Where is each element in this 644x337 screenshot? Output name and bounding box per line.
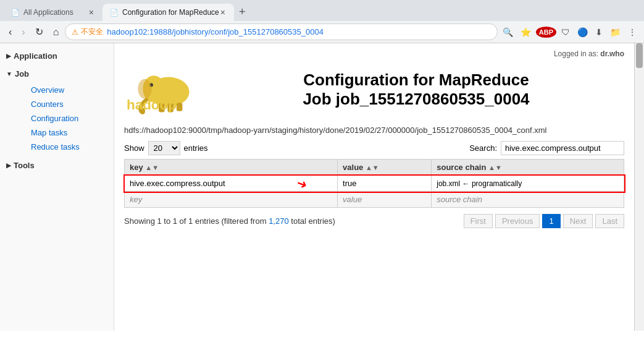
show-entries: Show 10 20 50 100 entries [124, 141, 208, 155]
pagination-showing: Showing 1 to 1 of 1 entries (filtered fr… [124, 216, 269, 226]
page-content: ▶ Application ▼ Job Overview Counters Co… [0, 43, 644, 331]
footer-source-chain: source chain [432, 192, 624, 208]
col-source-chain: source chain ▲▼ [432, 160, 624, 176]
bookmark-icon[interactable]: ⭐ [518, 25, 533, 40]
config-path: hdfs://hadoop102:9000/tmp/hadoop-yarn/st… [124, 126, 624, 135]
col-value: value ▲▼ [338, 160, 432, 176]
url-text: hadoop102:19888/jobhistory/conf/job_1551… [107, 27, 490, 36]
tab-close-2[interactable]: × [219, 7, 227, 17]
sidebar-label-application: Application [14, 51, 57, 61]
page-title: Configuration for MapReduce Job job_1551… [208, 70, 624, 109]
first-button[interactable]: First [464, 214, 493, 228]
tab-label-2: Configuration for MapReduce [122, 8, 219, 17]
pagination-links: First Previous 1 Next Last [464, 214, 624, 228]
tab-all-applications[interactable]: 📄 All Applications × [4, 4, 102, 21]
browser-icon[interactable]: 🔵 [575, 25, 590, 40]
arrow-application: ▶ [6, 53, 11, 59]
sidebar-item-configuration[interactable]: Configuration [14, 111, 114, 126]
sidebar-section-job: ▼ Job Overview Counters Configuration Ma… [0, 66, 114, 155]
username: dr.who [600, 49, 624, 58]
translate-icon[interactable]: 🔍 [500, 25, 516, 40]
search-input[interactable] [501, 141, 624, 155]
sidebar-sub-job: Overview Counters Configuration Map task… [0, 82, 114, 155]
arrow-tools: ▶ [6, 162, 11, 169]
new-tab-button[interactable]: + [234, 6, 251, 21]
entries-select[interactable]: 10 20 50 100 [148, 141, 180, 155]
sidebar-item-reduce-tasks[interactable]: Reduce tasks [14, 140, 114, 154]
sidebar-header-tools[interactable]: ▶ Tools [0, 158, 114, 173]
table-row: hive.exec.compress.output true job.xml ←… [125, 176, 624, 192]
sidebar-label-job: Job [15, 69, 29, 79]
svg-rect-6 [177, 103, 183, 111]
scrollbar-thumb[interactable] [636, 43, 643, 68]
last-button[interactable]: Last [595, 214, 624, 228]
tab-bar: 📄 All Applications × 📄 Configuration for… [0, 0, 644, 21]
previous-button[interactable]: Previous [495, 214, 540, 228]
pagination-bar: Showing 1 to 1 of 1 entries (filtered fr… [124, 211, 624, 231]
page-title-line1: Configuration for MapReduce [208, 70, 624, 90]
main-content: Logged in as: dr.who [114, 43, 634, 331]
page-1-button[interactable]: 1 [542, 214, 560, 228]
pagination-total: 1,270 [269, 216, 289, 226]
sidebar-item-counters[interactable]: Counters [14, 97, 114, 111]
arrow-job: ▼ [6, 70, 12, 77]
sidebar-header-application[interactable]: ▶ Application [0, 48, 114, 64]
sidebar-item-overview[interactable]: Overview [14, 83, 114, 97]
svg-point-3 [138, 79, 151, 99]
config-table: key ▲▼ value ▲▼ source chain ▲▼ hive.exe… [124, 159, 624, 208]
footer-value: value [338, 192, 432, 208]
pagination-total-label: total entries) [291, 216, 335, 226]
nav-icons: 🔍 ⭐ ABP 🛡 🔵 ⬇ 📁 ⋮ [500, 25, 639, 40]
logged-in-info: Logged in as: dr.who [124, 49, 624, 58]
download-icon[interactable]: ⬇ [593, 25, 605, 40]
table-footer-row: key value source chain [125, 192, 624, 208]
sidebar-section-tools: ▶ Tools [0, 158, 114, 173]
save-icon[interactable]: 📁 [608, 25, 623, 40]
hadoop-logo: hadoop [124, 61, 198, 118]
show-label: Show [124, 143, 144, 153]
refresh-button[interactable]: ↻ [31, 23, 47, 40]
cell-source-chain: job.xml ← programatically [432, 176, 624, 192]
address-bar[interactable]: ⚠ 不安全 hadoop102:19888/jobhistory/conf/jo… [65, 23, 497, 40]
cell-key: hive.exec.compress.output [125, 176, 338, 192]
search-box: Search: [469, 141, 624, 155]
menu-icon[interactable]: ⋮ [625, 25, 639, 40]
security-warning-icon: ⚠ [72, 28, 78, 36]
forward-button[interactable]: › [18, 24, 28, 40]
sidebar-label-tools: Tools [14, 161, 35, 170]
sidebar-item-map-tasks[interactable]: Map tasks [14, 126, 114, 140]
sidebar-header-job[interactable]: ▼ Job [0, 66, 114, 82]
home-button[interactable]: ⌂ [49, 24, 63, 40]
col-key: key ▲▼ [125, 160, 338, 176]
scrollbar[interactable] [634, 43, 644, 331]
cell-value: true [338, 176, 432, 192]
table-wrapper: ➜ key ▲▼ value ▲▼ source chain ▲▼ [124, 159, 624, 208]
tab-icon-1: 📄 [11, 9, 20, 17]
svg-text:hadoop: hadoop [127, 97, 177, 113]
shield-icon[interactable]: 🛡 [559, 25, 572, 40]
adblock-icon[interactable]: ABP [536, 27, 556, 38]
entries-label: entries [184, 143, 208, 153]
page-title-line2: Job job_1551270860535_0004 [208, 90, 624, 109]
search-label: Search: [469, 143, 497, 153]
logged-in-label: Logged in as: [554, 49, 598, 58]
table-controls: Show 10 20 50 100 entries Search: [124, 141, 624, 155]
security-warning-text: 不安全 [81, 27, 103, 37]
sidebar: ▶ Application ▼ Job Overview Counters Co… [0, 43, 114, 331]
pagination-info: Showing 1 to 1 of 1 entries (filtered fr… [124, 216, 335, 226]
tab-label-1: All Applications [23, 8, 73, 17]
page-header: hadoop hadoop Configuration for MapReduc… [124, 61, 624, 118]
next-button[interactable]: Next [563, 214, 593, 228]
footer-key: key [125, 192, 338, 208]
tab-close-1[interactable]: × [88, 7, 95, 17]
back-button[interactable]: ‹ [5, 24, 15, 40]
sidebar-section-application: ▶ Application [0, 48, 114, 64]
tab-icon-2: 📄 [110, 9, 119, 17]
nav-bar: ‹ › ↻ ⌂ ⚠ 不安全 hadoop102:19888/jobhistory… [0, 21, 644, 43]
tab-configuration[interactable]: 📄 Configuration for MapReduce × [102, 4, 234, 21]
